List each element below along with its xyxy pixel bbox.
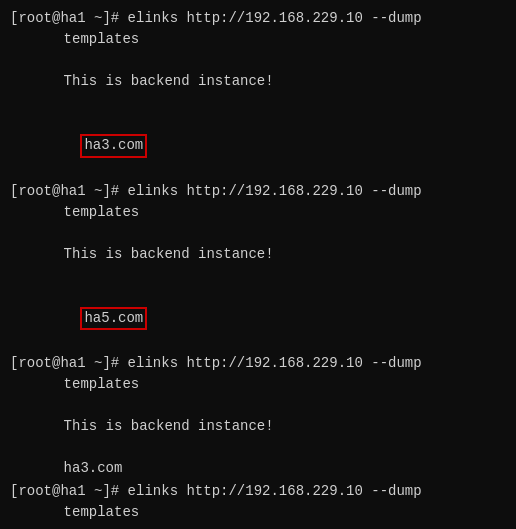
- prompt-line-3: [root@ha1 ~]# elinks http://192.168.229.…: [10, 353, 506, 374]
- continuation-2: templates: [10, 202, 506, 223]
- blank-5: [10, 395, 506, 416]
- prompt-line-4: [root@ha1 ~]# elinks http://192.168.229.…: [10, 481, 506, 502]
- backend-msg-2: This is backend instance!: [10, 244, 506, 265]
- blank-4: [10, 265, 506, 286]
- terminal-output: [root@ha1 ~]# elinks http://192.168.229.…: [10, 8, 506, 529]
- prompt-line-2: [root@ha1 ~]# elinks http://192.168.229.…: [10, 181, 506, 202]
- backend-msg-3: This is backend instance!: [10, 416, 506, 437]
- blank-2: [10, 92, 506, 113]
- ha5-com-badge: ha5.com: [80, 307, 147, 331]
- highlight-line-1: ha3.com: [10, 113, 506, 179]
- blank-1: [10, 50, 506, 71]
- blank-7: [10, 523, 506, 529]
- prompt-line-1: [root@ha1 ~]# elinks http://192.168.229.…: [10, 8, 506, 29]
- terminal-block-1: [root@ha1 ~]# elinks http://192.168.229.…: [10, 8, 506, 179]
- continuation-4: templates: [10, 502, 506, 523]
- highlight-line-2: ha5.com: [10, 286, 506, 352]
- backend-msg-1: This is backend instance!: [10, 71, 506, 92]
- terminal-block-3: [root@ha1 ~]# elinks http://192.168.229.…: [10, 353, 506, 479]
- continuation-1: templates: [10, 29, 506, 50]
- ha3-com-badge-1: ha3.com: [80, 134, 147, 158]
- blank-3: [10, 223, 506, 244]
- terminal-block-4: [root@ha1 ~]# elinks http://192.168.229.…: [10, 481, 506, 529]
- blank-6: [10, 437, 506, 458]
- terminal-block-2: [root@ha1 ~]# elinks http://192.168.229.…: [10, 181, 506, 352]
- plain-line-1: ha3.com: [10, 458, 506, 479]
- continuation-3: templates: [10, 374, 506, 395]
